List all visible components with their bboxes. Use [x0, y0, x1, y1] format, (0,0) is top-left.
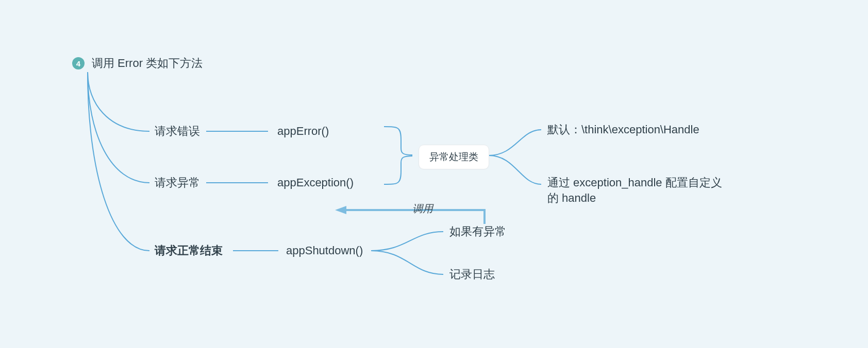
connector-layer: [0, 0, 868, 348]
relation-call-label: 调用: [412, 202, 433, 216]
branch-request-normal-end: 请求正常结束: [155, 243, 223, 258]
exception-config-handle: 通过 exception_handle 配置自定义的 handle: [547, 175, 733, 206]
exception-handler-class-box: 异常处理类: [419, 145, 489, 169]
mindmap-canvas: { "root": { "badge": "4", "title": "调用 E…: [0, 0, 868, 348]
shutdown-if-exception: 如果有异常: [449, 224, 506, 239]
method-appShutdown: appShutdown(): [286, 243, 363, 258]
exception-default-handle: 默认：\think\exception\Handle: [547, 122, 699, 137]
branch-request-error: 请求错误: [155, 124, 200, 139]
method-appError: appError(): [277, 124, 329, 139]
svg-marker-0: [335, 206, 346, 214]
step-badge: 4: [72, 57, 85, 69]
method-appException: appException(): [277, 175, 354, 190]
root-title: 调用 Error 类如下方法: [92, 56, 203, 71]
shutdown-log: 记录日志: [449, 267, 495, 282]
branch-request-exception: 请求异常: [155, 175, 200, 190]
